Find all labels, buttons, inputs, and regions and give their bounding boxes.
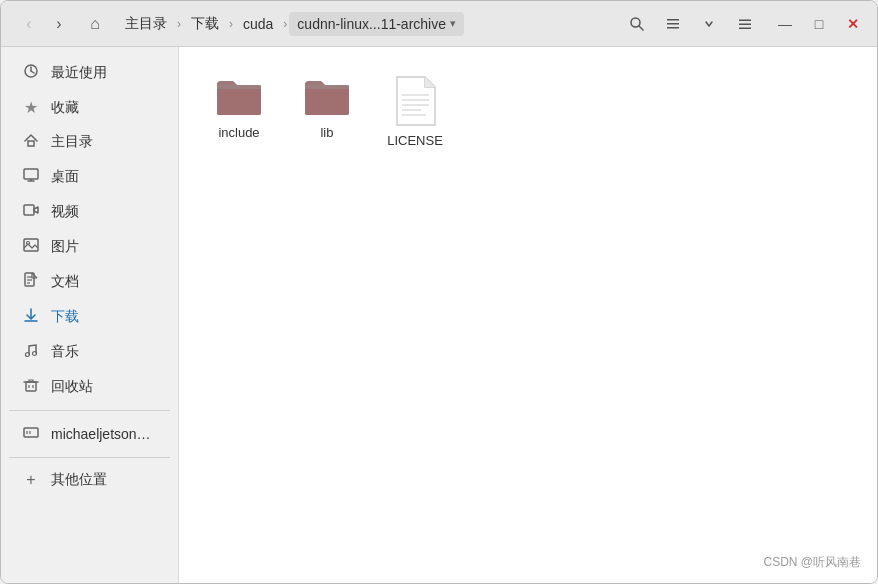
video-icon [21,202,41,222]
sidebar-divider-2 [9,457,170,458]
file-manager-window: ‹ › ⌂ 主目录 › 下载 › cuda › cudnn-linux...11… [0,0,878,584]
view-list-button[interactable] [657,8,689,40]
plus-icon: + [21,471,41,489]
svg-line-1 [639,26,643,30]
sidebar-item-music-label: 音乐 [51,343,79,361]
svg-rect-30 [24,428,38,437]
file-item-lib[interactable]: lib [287,67,367,156]
breadcrumb-sep-2: › [227,17,235,31]
file-grid: include lib [199,67,857,156]
file-icon-license [391,75,439,127]
svg-point-25 [33,352,37,356]
forward-button[interactable]: › [45,10,73,38]
sidebar-item-pictures-label: 图片 [51,238,79,256]
home-button[interactable]: ⌂ [81,10,109,38]
sidebar-item-desktop[interactable]: 桌面 [5,160,174,194]
sidebar-item-device[interactable]: michaeljetson007... [5,417,174,451]
sidebar-item-music[interactable]: 音乐 [5,335,174,369]
svg-rect-5 [739,19,751,21]
sidebar-item-downloads[interactable]: 下载 [5,300,174,334]
main-area: 最近使用 ★ 收藏 主目录 桌面 [1,47,877,583]
sidebar-item-trash[interactable]: 回收站 [5,370,174,404]
sidebar-item-device-label: michaeljetson007... [51,426,158,442]
sidebar: 最近使用 ★ 收藏 主目录 桌面 [1,47,179,583]
sidebar-item-bookmarks[interactable]: ★ 收藏 [5,91,174,124]
svg-rect-2 [667,19,679,21]
sidebar-item-bookmarks-label: 收藏 [51,99,79,117]
window-controls: — □ ✕ [769,8,869,40]
svg-rect-7 [739,27,751,29]
picture-icon [21,237,41,257]
download-icon [21,307,41,327]
chevron-down-icon [704,19,714,29]
file-item-include[interactable]: include [199,67,279,156]
watermark: CSDN @听风南巷 [763,554,861,571]
file-content-area: include lib [179,47,877,583]
sidebar-item-recent-label: 最近使用 [51,64,107,82]
titlebar: ‹ › ⌂ 主目录 › 下载 › cuda › cudnn-linux...11… [1,1,877,47]
svg-rect-3 [667,23,679,25]
breadcrumb-current[interactable]: cudnn-linux...11-archive ▾ [289,12,464,36]
breadcrumb-sep-3: › [281,17,289,31]
home-icon [21,132,41,152]
breadcrumb-current-label: cudnn-linux...11-archive [297,16,446,32]
folder-icon-lib [301,75,353,119]
breadcrumb-downloads[interactable]: 下载 [183,11,227,37]
breadcrumb-sep-1: › [175,17,183,31]
svg-rect-6 [739,23,751,25]
sidebar-item-videos-label: 视频 [51,203,79,221]
sidebar-item-desktop-label: 桌面 [51,168,79,186]
sidebar-item-documents-label: 文档 [51,273,79,291]
documents-icon [21,272,41,292]
file-item-license[interactable]: LICENSE [375,67,455,156]
sidebar-item-videos[interactable]: 视频 [5,195,174,229]
titlebar-actions [621,8,761,40]
minimize-button[interactable]: — [769,8,801,40]
sidebar-item-home-label: 主目录 [51,133,93,151]
svg-rect-26 [26,382,36,391]
hamburger-icon [737,16,753,32]
star-icon: ★ [21,98,41,117]
menu-button[interactable] [729,8,761,40]
svg-line-10 [31,71,34,73]
breadcrumb-home[interactable]: 主目录 [117,11,175,37]
search-button[interactable] [621,8,653,40]
svg-rect-4 [667,27,679,29]
file-item-lib-label: lib [320,125,333,140]
back-button[interactable]: ‹ [15,10,43,38]
file-item-license-label: LICENSE [387,133,443,148]
device-icon [21,424,41,444]
sidebar-divider [9,410,170,411]
trash-icon [21,377,41,397]
sidebar-item-recent[interactable]: 最近使用 [5,56,174,90]
breadcrumb-cuda[interactable]: cuda [235,12,281,36]
search-icon [629,16,645,32]
clock-icon [21,63,41,83]
sidebar-item-downloads-label: 下载 [51,308,79,326]
folder-icon-include [213,75,265,119]
sidebar-item-other[interactable]: + 其他位置 [5,464,174,496]
svg-rect-15 [24,205,34,215]
desktop-icon [21,167,41,187]
sidebar-item-documents[interactable]: 文档 [5,265,174,299]
breadcrumb: 主目录 › 下载 › cuda › cudnn-linux...11-archi… [117,11,609,37]
file-item-include-label: include [218,125,259,140]
maximize-button[interactable]: □ [803,8,835,40]
svg-rect-12 [24,169,38,179]
music-icon [21,342,41,362]
svg-rect-16 [24,239,38,251]
sidebar-item-trash-label: 回收站 [51,378,93,396]
nav-arrows: ‹ › [15,10,73,38]
svg-rect-11 [28,141,34,146]
view-options-button[interactable] [693,8,725,40]
chevron-down-icon: ▾ [450,17,456,30]
sidebar-item-home[interactable]: 主目录 [5,125,174,159]
sidebar-item-other-label: 其他位置 [51,471,107,489]
sidebar-item-pictures[interactable]: 图片 [5,230,174,264]
list-view-icon [665,16,681,32]
close-button[interactable]: ✕ [837,8,869,40]
